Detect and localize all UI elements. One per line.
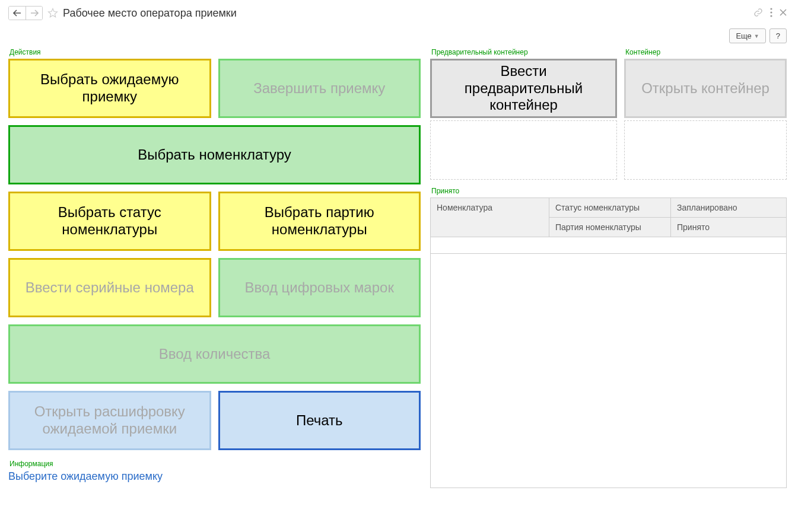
container-area [624, 120, 787, 180]
more-label: Еще [736, 31, 751, 40]
select-nomenclature-button[interactable]: Выбрать номенклатуру [8, 125, 421, 184]
svg-point-1 [770, 11, 772, 13]
info-text: Выберите ожидаемую приемку [8, 470, 421, 483]
table-row[interactable] [431, 237, 786, 254]
enter-serials-button[interactable]: Ввести серийные номера [8, 258, 211, 317]
enter-marks-button[interactable]: Ввод цифровых марок [218, 258, 421, 317]
more-button[interactable]: Еще ▼ [729, 28, 765, 43]
table-header: Номенклатура Статус номенклатуры Партия … [431, 198, 786, 237]
finish-receipt-button[interactable]: Завершить приемку [218, 59, 421, 118]
close-icon[interactable] [780, 8, 787, 18]
toolbar: Еще ▼ ? [8, 28, 787, 43]
titlebar: Рабочее место оператора приемки [8, 5, 787, 21]
link-icon[interactable] [753, 8, 763, 19]
open-breakdown-button[interactable]: Открыть расшифровку ожидаемой приемки [8, 391, 211, 450]
select-status-button[interactable]: Выбрать статус номенклатуры [8, 192, 211, 251]
select-expected-button[interactable]: Выбрать ожидаемую приемку [8, 59, 211, 118]
actions-label: Действия [9, 48, 421, 56]
th-status: Статус номенклатуры [549, 198, 670, 218]
th-accepted: Принято [671, 218, 786, 237]
th-nomenclature: Номенклатура [431, 198, 549, 237]
arrow-right-icon [30, 9, 39, 17]
chevron-down-icon: ▼ [754, 33, 759, 39]
accepted-table[interactable]: Номенклатура Статус номенклатуры Партия … [430, 197, 787, 488]
th-batch: Партия номенклатуры [549, 218, 670, 237]
open-container-button[interactable]: Открыть контейнер [624, 59, 787, 118]
kebab-icon[interactable] [770, 8, 772, 19]
arrow-left-icon [13, 9, 21, 17]
forward-button[interactable] [26, 7, 42, 20]
accepted-label: Принято [431, 187, 787, 195]
svg-point-0 [770, 8, 772, 9]
nav-buttons [8, 6, 43, 20]
select-batch-button[interactable]: Выбрать партию номенклатуры [218, 192, 421, 251]
help-button[interactable]: ? [769, 28, 787, 43]
enter-precontainer-button[interactable]: Ввести предварительный контейнер [430, 59, 617, 118]
print-button[interactable]: Печать [218, 391, 421, 450]
precontainer-label: Предварительный контейнер [431, 48, 617, 56]
window-title: Рабочее место оператора приемки [63, 7, 237, 20]
star-icon[interactable] [47, 8, 58, 18]
svg-point-2 [770, 15, 772, 17]
enter-quantity-button[interactable]: Ввод количества [8, 324, 421, 384]
container-label: Контейнер [625, 48, 787, 56]
precontainer-area [430, 120, 617, 180]
th-planned: Запланировано [671, 198, 786, 218]
info-label: Информация [9, 460, 421, 468]
back-button[interactable] [9, 7, 26, 20]
